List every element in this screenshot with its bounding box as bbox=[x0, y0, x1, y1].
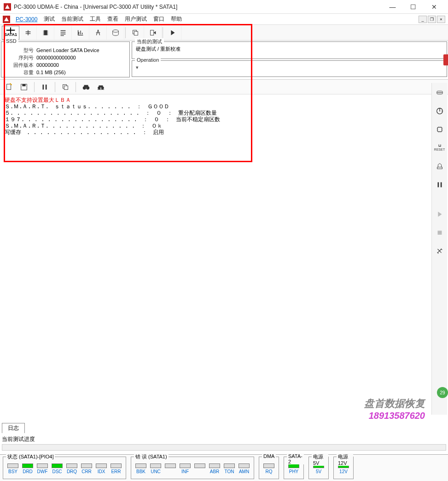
led-indicator bbox=[239, 463, 250, 468]
operation-dropdown[interactable]: ▾ bbox=[136, 65, 443, 70]
serial-label: 序列号 bbox=[4, 54, 36, 61]
mdi-minimize-button[interactable]: _ bbox=[419, 16, 427, 23]
tool-icon-1[interactable] bbox=[19, 26, 37, 40]
sata1-button[interactable]: ━╋━ SATA1 bbox=[2, 26, 19, 40]
status-group-5v: 电源 5V 5V bbox=[308, 457, 329, 479]
new-icon[interactable] bbox=[3, 81, 16, 93]
led-indicator bbox=[111, 463, 122, 468]
menubar: PC-3000 测试 当前测试 工具 查看 用户测试 窗口 帮助 _ ❐ × bbox=[0, 14, 448, 25]
play2-icon[interactable] bbox=[434, 208, 446, 220]
mdi-close-button[interactable]: × bbox=[437, 16, 445, 23]
tool-list-icon[interactable] bbox=[54, 26, 72, 40]
log-error-line: 硬盘不支持设置最大ＬＢＡ bbox=[5, 97, 71, 104]
serial-value: 00000000000000 bbox=[36, 54, 76, 61]
menu-usertest[interactable]: 用户测试 bbox=[122, 14, 150, 24]
status-led-blank bbox=[163, 463, 177, 478]
expand-icon[interactable]: ▾ bbox=[0, 47, 1, 51]
tool-chip-icon[interactable] bbox=[37, 26, 54, 40]
settings-icon[interactable] bbox=[434, 245, 446, 257]
model-value: Generi Loader SATA Device bbox=[36, 47, 99, 54]
led-label: RQ bbox=[266, 469, 273, 474]
log-line: Ｓ.Ｍ.Ａ.Ｒ.Ｔ. ｓｔａｔｕｓ. . . . . . . ： ＧＯＯＤ bbox=[5, 104, 169, 110]
chip3-icon[interactable] bbox=[434, 227, 446, 239]
status-led-err: ERR bbox=[109, 463, 123, 478]
led-label: ERR bbox=[111, 469, 121, 474]
power-icon[interactable] bbox=[434, 105, 446, 117]
led-indicator bbox=[150, 463, 161, 468]
led-indicator bbox=[263, 463, 274, 468]
binoculars-next-icon[interactable] bbox=[94, 81, 107, 93]
bottom-tabs: 日志 bbox=[2, 423, 25, 433]
status-group-sata2: SATA-2 PHY bbox=[284, 457, 304, 479]
cap-label: 容量 bbox=[4, 69, 36, 76]
status-led-phy: PHY bbox=[287, 463, 301, 478]
status-led-amn: AMN bbox=[237, 463, 251, 478]
tool-disk-icon[interactable] bbox=[107, 26, 124, 40]
led-label: PHY bbox=[289, 469, 299, 474]
pause-icon[interactable] bbox=[38, 81, 51, 93]
mdi-restore-button[interactable]: ❐ bbox=[428, 16, 436, 23]
app-icon bbox=[4, 3, 11, 11]
svg-rect-5 bbox=[134, 31, 138, 35]
led-label: AMN bbox=[239, 469, 249, 474]
maximize-button[interactable]: ☐ bbox=[403, 0, 424, 13]
led-label: BSY bbox=[8, 469, 17, 474]
operation-panel: Operation ▾ bbox=[132, 60, 447, 77]
status-group-title: 电源 12V bbox=[337, 453, 353, 466]
led-indicator bbox=[22, 463, 33, 468]
led-indicator bbox=[96, 463, 107, 468]
tool-chart-icon[interactable] bbox=[72, 26, 89, 40]
status-group-title: DMA bbox=[262, 453, 276, 459]
led-indicator bbox=[224, 463, 235, 468]
log-area: 硬盘不支持设置最大ＬＢＡ Ｓ.Ｍ.Ａ.Ｒ.Ｔ. ｓｔａｔｕｓ. . . . . … bbox=[0, 94, 448, 417]
menu-window[interactable]: 窗口 bbox=[151, 14, 167, 24]
menu-pc3000[interactable]: PC-3000 bbox=[13, 15, 40, 23]
led-label: 5V bbox=[316, 469, 321, 474]
svg-rect-6 bbox=[150, 30, 153, 35]
led-label: TON bbox=[225, 469, 234, 474]
svg-rect-10 bbox=[43, 84, 44, 89]
tool-play-icon[interactable] bbox=[164, 26, 181, 40]
cap-value: 0.1 MB (256) bbox=[36, 69, 66, 76]
status-group-state: 状态 (SATA1)-[PIO4] BSYDRDDWFDSCDRQCRRIDXE… bbox=[3, 457, 126, 479]
titlebar: PC-3000 UDMA-E - China - [Universal PC-3… bbox=[0, 0, 448, 14]
annotation-tab bbox=[443, 54, 448, 65]
tool-exit-icon[interactable] bbox=[144, 26, 162, 40]
led-label: IDX bbox=[98, 469, 105, 474]
status-group-errors: 错 误 (SATA1) BBKUNCINFABRTONAMN bbox=[131, 457, 254, 479]
right-toolbar: ┗┛RESET bbox=[431, 83, 447, 415]
save-icon[interactable] bbox=[17, 81, 30, 93]
led-indicator bbox=[37, 463, 48, 468]
tool-compass-icon[interactable] bbox=[89, 26, 107, 40]
menu-current-test[interactable]: 当前测试 bbox=[58, 14, 86, 24]
status-group-title: 状态 (SATA1)-[PIO4] bbox=[6, 453, 55, 460]
operation-title: Operation bbox=[135, 57, 161, 63]
notification-badge[interactable]: 29 bbox=[437, 387, 448, 398]
menu-help[interactable]: 帮助 bbox=[168, 14, 185, 24]
watermark: 盘首数据恢复 18913587620 bbox=[364, 397, 425, 421]
chip2-icon[interactable] bbox=[434, 123, 446, 135]
status-led-unc: UNC bbox=[149, 463, 163, 478]
tab-log[interactable]: 日志 bbox=[2, 423, 25, 433]
copy-icon[interactable] bbox=[59, 81, 72, 93]
status-group-title: 电源 5V bbox=[312, 453, 328, 466]
reset-icon[interactable]: ┗┛RESET bbox=[434, 142, 446, 154]
status-led-bsy: BSY bbox=[6, 463, 20, 478]
menu-test[interactable]: 测试 bbox=[41, 14, 58, 24]
led-label: 12V bbox=[339, 469, 348, 474]
minimize-button[interactable]: — bbox=[382, 0, 403, 13]
led-indicator bbox=[180, 463, 191, 468]
secondary-toolbar bbox=[0, 80, 448, 94]
binoculars-icon[interactable] bbox=[80, 81, 93, 93]
status-group-title: SATA-2 bbox=[287, 453, 304, 464]
close-button[interactable]: ✕ bbox=[424, 0, 444, 13]
tool-copy-icon[interactable] bbox=[127, 26, 144, 40]
pause2-icon[interactable] bbox=[434, 179, 446, 191]
menu-view[interactable]: 查看 bbox=[105, 14, 121, 24]
svg-rect-16 bbox=[84, 85, 88, 87]
scroll-icon[interactable] bbox=[434, 87, 446, 99]
led-label: UNC bbox=[151, 469, 161, 474]
status-group-12v: 电源 12V 12V bbox=[333, 457, 354, 479]
menu-tools[interactable]: 工具 bbox=[87, 14, 104, 24]
tool3-icon[interactable] bbox=[434, 160, 446, 172]
